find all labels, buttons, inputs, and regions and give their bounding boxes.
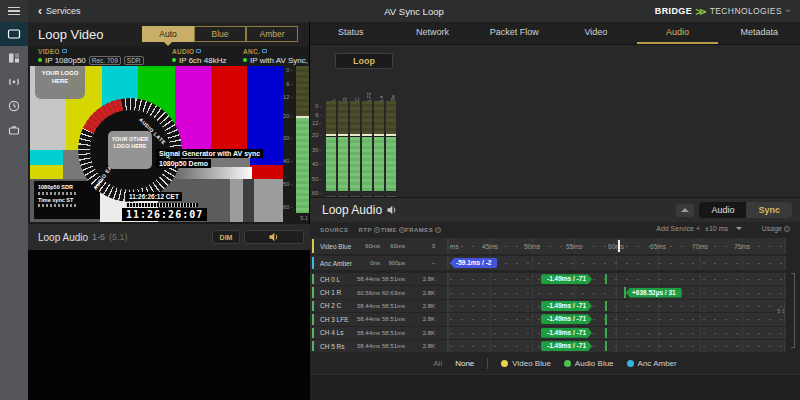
tab-audio[interactable]: Audio: [637, 22, 719, 44]
frames-cell: 2.8K: [405, 290, 435, 296]
external-link-icon: [62, 49, 67, 53]
legend-none-button[interactable]: None: [455, 359, 474, 368]
view-sync-button[interactable]: Sync: [746, 202, 792, 218]
meter-scale-label: 40: [268, 158, 293, 164]
rtp-cell: 58.44ms: [354, 276, 380, 282]
sync-row-ch-2-c[interactable]: CH 2 C58.44ms58.51ms2.8K-1.49ms / -71: [310, 300, 786, 312]
back-button[interactable]: ‹ Services: [38, 5, 81, 17]
mode-auto-button[interactable]: Auto: [142, 26, 194, 42]
overlay-subtitle: 1080p50 Demo: [156, 159, 211, 168]
video-mode-switch: AutoBlueAmber: [142, 26, 298, 42]
measure-line: [605, 328, 607, 338]
stream-label: ANC.: [243, 48, 260, 55]
timecode-big: 11:26:26:07: [122, 208, 207, 221]
sidebar: [0, 0, 28, 400]
legend-dot: [564, 360, 571, 367]
view-audio-button[interactable]: Audio: [699, 202, 746, 218]
sidebar-item-monitor[interactable]: [0, 22, 28, 46]
active-mode-pointer-icon: [164, 42, 172, 46]
tab-metadata[interactable]: Metadata: [718, 22, 800, 44]
collapse-button[interactable]: [676, 204, 694, 217]
legend-item-video-blue[interactable]: Video Blue: [501, 359, 551, 368]
timecode-cet: 11:26:26:12 CET: [126, 192, 182, 201]
column-header-time: TIMEi: [380, 227, 405, 233]
sync-row-ch-1-r[interactable]: CH 1 R60.56ms60.63ms2.8K+636.52µs / 31: [310, 286, 786, 298]
sidebar-item-history[interactable]: [0, 94, 28, 118]
tab-video[interactable]: Video: [555, 22, 637, 44]
meter-scale-label: 50: [268, 181, 293, 187]
table-toolbar: Add Service + ±10 ms Usagei: [441, 222, 800, 238]
time-cell: 900µs: [380, 260, 405, 266]
player-title: Loop Audio: [38, 232, 88, 243]
usage-button[interactable]: Usagei: [762, 225, 790, 232]
source-cell: CH 0 L: [320, 276, 354, 283]
scale-select[interactable]: ±10 ms: [705, 225, 742, 232]
sync-row-ch-4-ls[interactable]: CH 4 Ls58.44ms58.51ms2.8K-1.49ms / -71: [310, 327, 786, 339]
sync-row-ch-5-rs[interactable]: CH 5 Rs58.44ms58.51ms2.8K-1.49ms / -71: [310, 340, 786, 352]
stream-audio: AUDIOIP 6ch 48kHz: [172, 47, 243, 65]
row-color-border: [312, 341, 314, 351]
timeline-cursor[interactable]: [618, 240, 620, 252]
mute-button[interactable]: [244, 230, 304, 244]
frames-cell: 2.8K: [405, 316, 435, 322]
sync-offset-badge: -1.49ms / -71: [541, 314, 592, 324]
meter-scale-label: 0: [268, 67, 293, 73]
sidebar-item-layouts[interactable]: [0, 46, 28, 70]
legend-item-audio-blue[interactable]: Audio Blue: [564, 359, 614, 368]
menu-button[interactable]: [0, 0, 28, 22]
sidebar-item-signal[interactable]: [0, 70, 28, 94]
rtp-cell: 58.44ms: [354, 343, 380, 349]
timeline: -1.49ms / -71: [447, 300, 786, 312]
mode-blue-button[interactable]: Blue: [194, 26, 246, 42]
measure-line: [624, 287, 626, 297]
mode-amber-button[interactable]: Amber: [246, 26, 298, 42]
sync-offset-badge: -1.49ms / -71: [541, 301, 592, 311]
ruler-label: 55ms: [566, 243, 582, 250]
info-icon: i: [784, 226, 790, 232]
audio-meter-bar: [362, 101, 372, 191]
app: ‹ Services AV Sync Loop BRIDGE ≫ TECHNOL…: [0, 0, 800, 400]
loop-audio-section-header: Loop Audio AudioSync: [310, 197, 800, 222]
sync-offset-badge: -1.49ms / -71: [541, 341, 592, 351]
channel-label: L: [328, 85, 338, 101]
measure-line: [605, 314, 607, 324]
timeline: -1.49ms / -71: [447, 327, 786, 339]
meter-scale-label: 20: [268, 113, 293, 119]
add-service-button[interactable]: Add Service +: [656, 225, 700, 232]
row-color-border: [312, 328, 314, 338]
meter-scale-label: 30: [310, 147, 322, 153]
column-header-frames: FRAMESi: [405, 227, 441, 233]
legend-item-anc-amber[interactable]: Anc Amber: [627, 359, 677, 368]
bridge-logo-icon: ≫: [695, 6, 707, 16]
stream-value: IP 6ch 48kHz: [179, 56, 226, 65]
meter-scale-label: 60: [268, 204, 293, 210]
dim-button[interactable]: DIM: [212, 230, 240, 244]
row-color-border: [312, 274, 314, 284]
time-cell: 60ms: [380, 243, 405, 249]
pattern-yellow-block: [30, 165, 63, 179]
sync-offset-badge: -59.1ms / -2: [450, 258, 497, 268]
tab-packet-flow[interactable]: Packet Flow: [473, 22, 555, 44]
section-title: Loop Audio: [322, 203, 382, 217]
tab-network[interactable]: Network: [392, 22, 474, 44]
meter-group-label: 5.1: [300, 215, 308, 221]
meter-scale-label: 30: [268, 135, 293, 141]
source-cell: CH 2 C: [320, 302, 354, 309]
sync-row-video-blue[interactable]: Video Blue60ms60ms3ms45ms50ms55ms60ms65m…: [310, 238, 786, 254]
channel-label: Rs: [388, 85, 398, 101]
sync-row-ch-0-l[interactable]: CH 0 L58.44ms58.51ms2.8K-1.49ms / -71: [310, 273, 786, 285]
speaker-icon: [387, 205, 398, 215]
legend-bar: All None Video BlueAudio BlueAnc Amber: [310, 352, 800, 374]
sync-row-ch-3-lfe[interactable]: CH 3 LFE58.44ms58.51ms2.8K-1.49ms / -71: [310, 313, 786, 325]
sidebar-item-storage[interactable]: [0, 118, 28, 142]
top-logo-placeholder: YOUR LOGO HERE: [35, 66, 85, 99]
ruler-label: 65ms: [650, 243, 666, 250]
stream-video: VIDEOIP 1080p50Rec. 709SDR: [38, 47, 172, 65]
row-color-border: [312, 301, 314, 311]
tab-status[interactable]: Status: [310, 22, 392, 44]
ruler-label: 70ms: [692, 243, 708, 250]
meter-scale-label: 12: [310, 120, 322, 126]
legend-all-button[interactable]: All: [433, 359, 442, 368]
sync-row-anc-amber[interactable]: Anc Amber0ns900µs–-59.1ms / -2: [310, 256, 786, 270]
source-cell: CH 1 R: [320, 289, 354, 296]
